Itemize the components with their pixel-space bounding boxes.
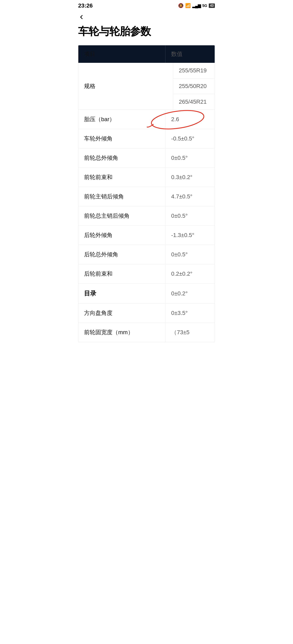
time: 23:26: [78, 2, 93, 9]
row-value-front-toe: 0.3±0.2°: [165, 168, 215, 187]
status-bar: 23:26 🔕 📶 ▂▄▆ 5G 43: [73, 0, 220, 10]
row-value-front-total-caster: 0±0.5°: [165, 206, 215, 226]
row-value-tire-pressure: 2.6: [165, 110, 215, 129]
back-arrow-icon: [78, 14, 85, 20]
row-label-rear-toe: 后轮前束和: [78, 264, 165, 284]
row-label-catalog: 目录: [78, 284, 165, 303]
row-value-steering-angle: 0±3.5°: [165, 304, 215, 322]
table-row-rear-camber: 后轮外倾角 -1.3±0.5°: [78, 226, 215, 245]
row-label-front-wheel-base: 前轮固宽度（mm）: [78, 323, 165, 342]
table-row-front-total-camber: 前轮总外倾角 0±0.5°: [78, 148, 215, 168]
row-value-front-caster: 4.7±0.5°: [165, 187, 215, 206]
tire-pressure-value: 2.6: [171, 116, 179, 122]
header-value-col: 数值: [165, 45, 215, 63]
data-table: 项目 数值 规格 255/55R19 255/50R20 265/45R21 胎…: [78, 45, 215, 342]
table-row-rear-toe: 后轮前束和 0.2±0.2°: [78, 264, 215, 284]
row-label-front-toe: 前轮前束和: [78, 168, 165, 187]
table-row-catalog: 目录 0±0.2°: [78, 284, 215, 304]
table-row-wheel-camber: 车轮外倾角 -0.5±0.5°: [78, 129, 215, 148]
row-label-wheel-camber: 车轮外倾角: [78, 129, 165, 148]
back-button[interactable]: [73, 10, 220, 23]
row-value-front-total-camber: 0±0.5°: [165, 148, 215, 168]
row-value-rear-toe: 0.2±0.2°: [165, 264, 215, 284]
row-value-front-wheel-base: （73±5: [165, 323, 215, 342]
table-row-tire-pressure: 胎压（bar） 2.6: [78, 110, 215, 129]
table-row-steering-angle: 方向盘角度 0±3.5°: [78, 304, 215, 323]
header-label-col: 项目: [78, 45, 165, 63]
row-label-front-total-caster: 前轮总主销后倾角: [78, 206, 165, 226]
page-title: 车轮与轮胎参数: [73, 23, 220, 45]
row-label-rear-total-camber: 后轮总外倾角: [78, 245, 165, 264]
table-row-rear-total-camber: 后轮总外倾角 0±0.5°: [78, 245, 215, 264]
5g-badge: 5G: [202, 4, 207, 8]
status-icons: 🔕 📶 ▂▄▆ 5G 43: [178, 3, 215, 8]
row-value-catalog: 0±0.2°: [165, 284, 215, 303]
row-label-steering-angle: 方向盘角度: [78, 304, 165, 322]
battery-icon: 43: [209, 4, 215, 8]
row-value-wheel-camber: -0.5±0.5°: [165, 129, 215, 148]
row-label-front-caster: 前轮主销后倾角: [78, 187, 165, 206]
wifi-icon: 📶: [185, 3, 191, 8]
row-label-rear-camber: 后轮外倾角: [78, 226, 165, 245]
table-row-front-toe: 前轮前束和 0.3±0.2°: [78, 168, 215, 187]
table-row-front-total-caster: 前轮总主销后倾角 0±0.5°: [78, 206, 215, 226]
signal-icon: ▂▄▆: [192, 3, 201, 8]
row-label-front-total-camber: 前轮总外倾角: [78, 148, 165, 168]
row-value-rear-camber: -1.3±0.5°: [165, 226, 215, 245]
row-value-guige-1: 255/55R19: [173, 63, 215, 78]
row-label-guige: 规格: [78, 63, 173, 110]
row-value-guige-2: 255/50R20: [173, 78, 215, 94]
row-value-rear-total-camber: 0±0.5°: [165, 245, 215, 264]
row-value-guige-3: 265/45R21: [173, 94, 215, 110]
table-row: 规格 255/55R19 255/50R20 265/45R21: [78, 63, 215, 110]
mute-icon: 🔕: [178, 3, 184, 8]
row-label-tire-pressure: 胎压（bar）: [78, 110, 165, 129]
table-row-front-caster: 前轮主销后倾角 4.7±0.5°: [78, 187, 215, 206]
table-row-front-wheel-base: 前轮固宽度（mm） （73±5: [78, 323, 215, 342]
table-header: 项目 数值: [78, 45, 215, 63]
